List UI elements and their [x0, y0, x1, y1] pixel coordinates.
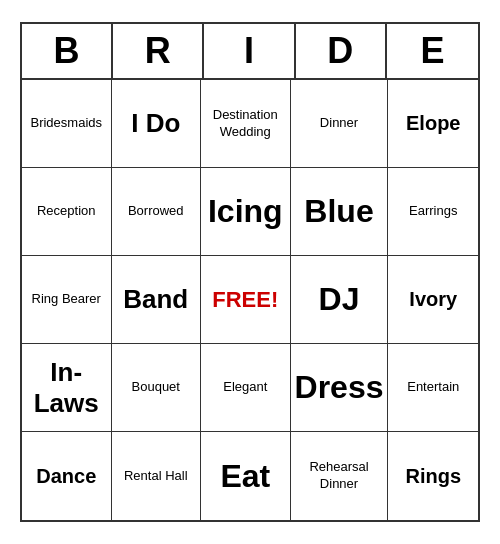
cell-text-16: Bouquet [132, 379, 180, 396]
cell-text-6: Borrowed [128, 203, 184, 220]
bingo-grid: BridesmaidsI DoDestination WeddingDinner… [22, 80, 478, 520]
header-letter-i: I [204, 24, 295, 78]
cell-22: Eat [201, 432, 291, 520]
cell-text-8: Blue [304, 193, 373, 230]
cell-text-7: Icing [208, 193, 283, 230]
cell-text-23: Rehearsal Dinner [295, 459, 384, 493]
cell-23: Rehearsal Dinner [291, 432, 389, 520]
cell-text-19: Entertain [407, 379, 459, 396]
cell-19: Entertain [388, 344, 478, 432]
bingo-card: BRIDE BridesmaidsI DoDestination Wedding… [20, 22, 480, 522]
cell-text-1: I Do [131, 108, 180, 139]
cell-text-2: Destination Wedding [205, 107, 286, 141]
cell-3: Dinner [291, 80, 389, 168]
cell-text-15: In-Laws [26, 357, 107, 419]
cell-text-24: Rings [405, 465, 461, 488]
cell-text-3: Dinner [320, 115, 358, 132]
cell-10: Ring Bearer [22, 256, 112, 344]
cell-5: Reception [22, 168, 112, 256]
cell-text-9: Earrings [409, 203, 457, 220]
cell-text-22: Eat [220, 458, 270, 495]
cell-18: Dress [291, 344, 389, 432]
cell-text-21: Rental Hall [124, 468, 188, 485]
cell-8: Blue [291, 168, 389, 256]
cell-7: Icing [201, 168, 291, 256]
header-row: BRIDE [22, 24, 478, 80]
cell-15: In-Laws [22, 344, 112, 432]
cell-text-10: Ring Bearer [32, 291, 101, 308]
header-letter-e: E [387, 24, 478, 78]
header-letter-r: R [113, 24, 204, 78]
cell-24: Rings [388, 432, 478, 520]
cell-text-4: Elope [406, 112, 460, 135]
cell-text-13: DJ [319, 281, 360, 318]
cell-text-5: Reception [37, 203, 96, 220]
cell-17: Elegant [201, 344, 291, 432]
cell-21: Rental Hall [112, 432, 202, 520]
cell-text-0: Bridesmaids [30, 115, 102, 132]
cell-2: Destination Wedding [201, 80, 291, 168]
header-letter-b: B [22, 24, 113, 78]
cell-14: Ivory [388, 256, 478, 344]
cell-20: Dance [22, 432, 112, 520]
cell-text-17: Elegant [223, 379, 267, 396]
cell-12: FREE! [201, 256, 291, 344]
cell-1: I Do [112, 80, 202, 168]
cell-text-12: FREE! [212, 287, 278, 313]
cell-16: Bouquet [112, 344, 202, 432]
cell-text-11: Band [123, 284, 188, 315]
cell-9: Earrings [388, 168, 478, 256]
cell-11: Band [112, 256, 202, 344]
cell-text-14: Ivory [409, 288, 457, 311]
cell-text-18: Dress [295, 369, 384, 406]
cell-13: DJ [291, 256, 389, 344]
cell-0: Bridesmaids [22, 80, 112, 168]
cell-6: Borrowed [112, 168, 202, 256]
cell-text-20: Dance [36, 465, 96, 488]
cell-4: Elope [388, 80, 478, 168]
header-letter-d: D [296, 24, 387, 78]
